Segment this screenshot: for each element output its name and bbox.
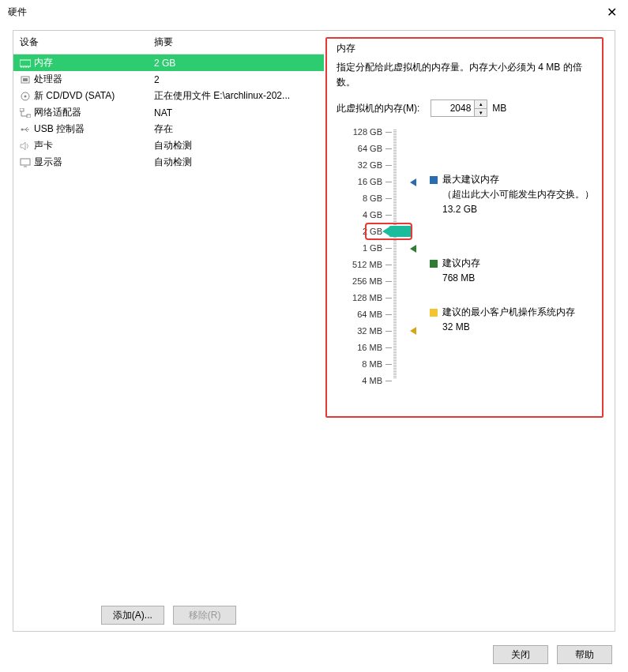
square-icon [430,309,438,317]
add-button[interactable]: 添加(A)... [101,606,164,625]
tick-label: 4 MB [337,376,382,385]
square-icon [430,176,438,184]
hw-row-processor[interactable]: 处理器 2 [13,71,324,88]
memory-spinner[interactable]: ▲ ▼ [431,99,487,117]
disc-icon [20,92,31,101]
hw-label: 处理器 [34,73,62,84]
memory-field-label: 此虚拟机的内存(M): [337,102,419,115]
tick-label: 16 GB [337,177,382,186]
square-icon [430,260,438,268]
hw-row-usb[interactable]: USB 控制器 存在 [13,121,324,137]
tick-label: 512 MB [337,260,382,269]
tick-label: 16 MB [337,343,382,352]
hardware-table: 设备 摘要 内存 2 GB 处理器 2 新 CD/DVD (SATA) 正在使用… [13,31,324,171]
marker-min [410,327,416,335]
slider-track[interactable] [393,130,397,379]
col-summary-header: 摘要 [148,31,324,54]
tick-label: 8 MB [337,359,382,369]
hw-summary: 2 GB [148,54,324,72]
svg-rect-0 [20,60,31,66]
hw-summary: 2 [148,71,324,88]
hw-label: 显示器 [34,156,62,167]
tick-label: 4 GB [337,210,382,220]
display-icon [20,158,31,167]
svg-rect-9 [20,108,24,111]
sound-icon [20,141,31,151]
usb-icon [20,125,31,134]
tick-label: 32 GB [337,160,382,170]
hw-row-display[interactable]: 显示器 自动检测 [13,154,324,171]
spin-down-icon[interactable]: ▼ [475,109,487,117]
tick-label: 1 GB [337,243,382,253]
tick-label: 64 MB [337,310,382,319]
hw-label: 内存 [34,57,53,68]
hw-summary: 存在 [148,121,324,137]
hw-row-cdrom[interactable]: 新 CD/DVD (SATA) 正在使用文件 E:\archlinux-202.… [13,88,324,104]
hw-label: 声卡 [34,140,53,151]
main-container: 设备 摘要 内存 2 GB 处理器 2 新 CD/DVD (SATA) 正在使用… [13,30,615,632]
hw-label: 新 CD/DVD (SATA) [34,90,115,101]
help-button[interactable]: 帮助 [557,645,612,664]
marker-max [410,178,416,186]
svg-point-8 [24,95,27,97]
window-title: 硬件 [8,6,27,19]
tick-label: 32 MB [337,326,382,336]
tick-label: 128 GB [337,127,382,137]
svg-rect-10 [27,115,31,118]
memory-panel: 内存 指定分配给此虚拟机的内存量。内存大小必须为 4 MB 的倍数。 此虚拟机的… [325,37,604,418]
hw-label: 网络适配器 [34,107,81,118]
hw-summary: 自动检测 [148,154,324,171]
highlight-box [365,223,412,240]
tick-label: 64 GB [337,144,382,153]
spin-up-icon[interactable]: ▲ [475,100,487,109]
memory-slider-area: 128 GB 64 GB 32 GB 16 GB 8 GB 4 GB 2 GB … [337,126,596,395]
cpu-icon [20,75,31,84]
network-icon [20,108,31,118]
close-icon[interactable]: ✕ [604,5,620,20]
remove-button: 移除(R) [173,606,236,625]
hw-label: USB 控制器 [34,123,85,134]
detail-pane: 内存 指定分配给此虚拟机的内存量。内存大小必须为 4 MB 的倍数。 此虚拟机的… [324,31,608,631]
hw-row-network[interactable]: 网络适配器 NAT [13,104,324,121]
close-button[interactable]: 关闭 [493,645,548,664]
hw-row-memory[interactable]: 内存 2 GB [13,54,324,72]
panel-description: 指定分配给此虚拟机的内存量。内存大小必须为 4 MB 的倍数。 [337,60,592,90]
tick-label: 8 GB [337,193,382,203]
legend-max: 最大建议内存 （超出此大小可能发生内存交换。） 13.2 GB [430,172,594,216]
memory-icon [20,58,31,68]
hw-summary: 正在使用文件 E:\archlinux-202... [148,88,324,104]
legend-recommended: 建议内存 768 MB [430,256,480,285]
tick-label: 256 MB [337,276,382,286]
marker-recommended [410,245,416,253]
legend-min: 建议的最小客户机操作系统内存 32 MB [430,305,575,334]
panel-title: 内存 [337,42,596,55]
col-device-header: 设备 [13,31,148,54]
memory-input[interactable] [431,100,474,116]
hw-row-sound[interactable]: 声卡 自动检测 [13,137,324,154]
svg-rect-17 [21,159,30,165]
tick-label: 128 MB [337,293,382,302]
hw-summary: 自动检测 [148,137,324,154]
hw-summary: NAT [148,104,324,121]
memory-unit: MB [492,103,506,114]
svg-rect-6 [23,78,28,81]
hardware-list-pane: 设备 摘要 内存 2 GB 处理器 2 新 CD/DVD (SATA) 正在使用… [13,31,324,631]
